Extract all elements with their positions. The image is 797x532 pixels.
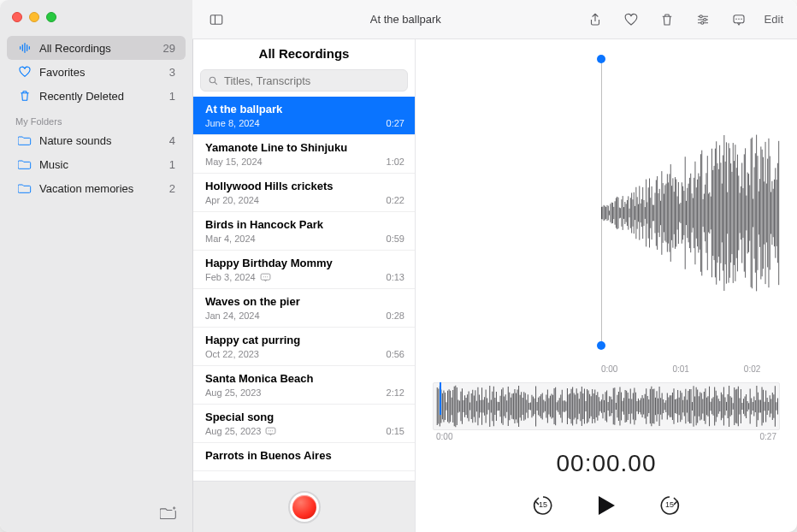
- playback-controls: 15 15: [433, 491, 780, 520]
- record-button[interactable]: [288, 491, 321, 523]
- time-readout: 00:00.00: [433, 450, 780, 477]
- svg-line-19: [215, 82, 217, 85]
- sidebar: All Recordings29Favorites3Recently Delet…: [0, 0, 192, 532]
- edit-button[interactable]: Edit: [763, 13, 785, 26]
- recording-item[interactable]: Yamanote Line to ShinjukuMay 15, 20241:0…: [193, 135, 415, 174]
- transcript-badge-icon: [265, 427, 276, 436]
- recording-item[interactable]: Hollywood Hills cricketsApr 20, 20240:22: [193, 174, 415, 212]
- recordings-list[interactable]: At the ballparkJune 8, 20240:27Yamanote …: [193, 97, 415, 481]
- time-axis-overview: 0:00 0:27: [433, 430, 780, 441]
- recording-duration: 2:12: [387, 387, 404, 398]
- share-icon: [587, 12, 603, 27]
- transcript-badge-icon: [260, 273, 271, 282]
- svg-point-9: [700, 15, 702, 17]
- time-tick: 0:01: [672, 364, 688, 374]
- waveform-large-area[interactable]: 0:000:010:02: [433, 48, 780, 377]
- overview-end-time: 0:27: [760, 432, 776, 441]
- toggle-sidebar-button[interactable]: [204, 8, 228, 32]
- waveform-large: [433, 119, 780, 307]
- recording-item[interactable]: Birds in Hancock ParkMar 4, 20240:59: [193, 212, 415, 251]
- play-button[interactable]: [592, 491, 621, 520]
- delete-button[interactable]: [655, 8, 679, 32]
- time-tick: 0:00: [601, 364, 617, 374]
- skip-forward-button[interactable]: 15: [655, 491, 684, 520]
- recording-duration: 0:28: [387, 310, 404, 321]
- window-controls: [12, 12, 56, 22]
- recording-item[interactable]: Happy cat purringOct 22, 20230:56: [193, 328, 415, 366]
- recording-item[interactable]: Special songAug 25, 20230:15: [193, 405, 415, 443]
- recording-title: Special song: [205, 411, 404, 423]
- recording-duration: 0:22: [387, 195, 404, 205]
- recording-title: Birds in Hancock Park: [205, 218, 404, 231]
- favorite-button[interactable]: [619, 8, 643, 32]
- minimize-window-button[interactable]: [29, 12, 39, 22]
- heart-icon: [623, 12, 639, 27]
- sidebar-item-favorites[interactable]: Favorites3: [7, 60, 186, 84]
- app-window: All Recordings29Favorites3Recently Delet…: [0, 0, 797, 532]
- waveform-overview-area[interactable]: [433, 382, 780, 430]
- recording-date: Feb 3, 2024: [205, 272, 256, 282]
- sidebar-item-label: Nature sounds: [39, 134, 169, 147]
- recording-date: Aug 25, 2023: [205, 387, 261, 398]
- sidebar-item-count: 4: [169, 134, 175, 147]
- recording-date: Jan 24, 2024: [205, 310, 260, 321]
- recording-date: Aug 25, 2023: [205, 426, 261, 436]
- time-tick: 0:02: [744, 364, 760, 374]
- svg-point-18: [210, 77, 215, 83]
- recording-duration: 0:56: [387, 349, 404, 359]
- new-folder-button[interactable]: [160, 505, 177, 523]
- sidebar-item-label: All Recordings: [39, 42, 163, 55]
- recording-date: Mar 4, 2024: [205, 233, 256, 244]
- sidebar-item-count: 3: [169, 66, 175, 79]
- recording-title: Santa Monica Beach: [205, 372, 404, 385]
- sidebar-folder-vacation-memories[interactable]: Vacation memories2: [7, 176, 186, 200]
- recording-title: Yamanote Line to Shinjuku: [205, 141, 404, 154]
- overview-start-time: 0:00: [436, 432, 452, 441]
- folder-icon: [17, 157, 32, 172]
- recording-item[interactable]: Happy Birthday MommyFeb 3, 20240:13: [193, 251, 415, 289]
- trash-icon: [17, 88, 32, 103]
- recording-title: Happy Birthday Mommy: [205, 257, 404, 269]
- transcript-icon: [731, 12, 747, 27]
- sidebar-footer: [0, 496, 192, 532]
- toolbar: At the ballpark Edit: [192, 0, 797, 39]
- playhead-overview[interactable]: [440, 382, 441, 415]
- share-button[interactable]: [583, 8, 607, 32]
- recording-date: June 8, 2024: [205, 118, 260, 128]
- recording-item[interactable]: Santa Monica BeachAug 25, 20232:12: [193, 366, 415, 405]
- search-field[interactable]: [200, 69, 408, 92]
- recording-title: Parrots in Buenos Aires: [205, 449, 404, 462]
- toolbar-title: At the ballpark: [237, 13, 575, 26]
- recording-title: At the ballpark: [205, 103, 404, 115]
- skip-back-label: 15: [528, 500, 558, 509]
- zoom-window-button[interactable]: [46, 12, 56, 22]
- recording-item[interactable]: At the ballparkJune 8, 20240:27: [193, 97, 415, 135]
- recordings-footer: [193, 481, 415, 532]
- time-axis-large: 0:000:010:02: [601, 364, 780, 374]
- recording-title: Happy cat purring: [205, 334, 404, 346]
- play-icon: [596, 494, 617, 517]
- sidebar-folder-music[interactable]: Music1: [7, 152, 186, 176]
- sidebar-item-recently-deleted[interactable]: Recently Deleted1: [7, 84, 186, 108]
- sidebar-item-count: 1: [169, 158, 175, 171]
- recording-duration: 0:13: [387, 272, 404, 282]
- settings-button[interactable]: [691, 8, 715, 32]
- search-input[interactable]: [224, 74, 400, 87]
- close-window-button[interactable]: [12, 12, 22, 22]
- transcript-button[interactable]: [727, 8, 751, 32]
- sidebar-folder-nature-sounds[interactable]: Nature sounds4: [7, 128, 186, 152]
- skip-back-button[interactable]: 15: [528, 491, 558, 520]
- sidebar-item-label: Favorites: [39, 66, 169, 79]
- sidebar-item-all-recordings[interactable]: All Recordings29: [7, 36, 186, 60]
- record-icon: [292, 495, 316, 519]
- svg-point-26: [270, 430, 271, 431]
- sidebar-item-count: 29: [163, 42, 175, 55]
- sidebar-icon: [209, 12, 224, 27]
- sidebar-item-label: Music: [39, 158, 169, 171]
- heart-icon: [17, 64, 32, 80]
- svg-point-25: [269, 430, 269, 431]
- recording-item[interactable]: Waves on the pierJan 24, 20240:28: [193, 289, 415, 328]
- recording-item[interactable]: Parrots in Buenos Aires: [193, 443, 415, 471]
- waveform-overview: [434, 383, 779, 429]
- recording-duration: 0:27: [387, 118, 404, 128]
